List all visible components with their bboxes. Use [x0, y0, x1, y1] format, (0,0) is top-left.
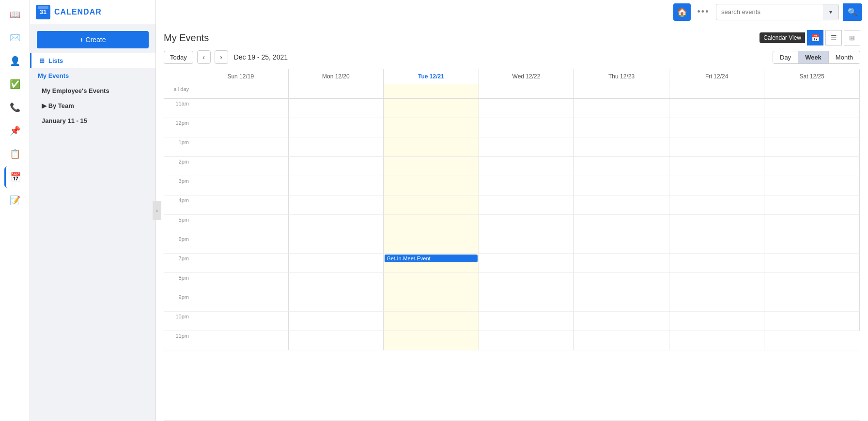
sidebar-item-by-team[interactable]: ▶ By Team [30, 98, 155, 113]
slot-sat-5pm[interactable] [764, 215, 860, 234]
slot-wed-2pm[interactable] [479, 157, 574, 176]
slot-fri-9pm[interactable] [669, 292, 765, 312]
slot-sat-4pm[interactable] [764, 195, 860, 215]
slot-wed-11pm[interactable] [479, 331, 574, 350]
slot-sat-1pm[interactable] [764, 137, 860, 157]
slot-thu-6pm[interactable] [574, 234, 669, 254]
slot-fri-6pm[interactable] [669, 234, 765, 254]
slot-wed-1pm[interactable] [479, 137, 574, 157]
nav-mail-icon[interactable]: ✉️ [4, 27, 26, 48]
create-button[interactable]: + Create [37, 31, 149, 48]
prev-week-button[interactable]: ‹ [197, 50, 211, 64]
slot-fri-11am[interactable] [669, 99, 765, 118]
search-dropdown-button[interactable]: ▾ [823, 4, 838, 20]
slot-mon-6pm[interactable] [289, 234, 384, 254]
nav-tasks-icon[interactable]: ✅ [4, 74, 26, 95]
slot-tue-9pm[interactable] [384, 292, 479, 312]
more-options-button[interactable]: ••• [695, 3, 712, 21]
view-table-button[interactable]: ⊞ [844, 30, 860, 45]
slot-thu-9pm[interactable] [574, 292, 669, 312]
slot-mon-4pm[interactable] [289, 195, 384, 215]
slot-mon-9pm[interactable] [289, 292, 384, 312]
search-button[interactable]: 🔍 [843, 3, 862, 21]
slot-sun-9pm[interactable] [193, 292, 289, 312]
slot-sun-12pm[interactable] [193, 118, 289, 137]
slot-thu-1pm[interactable] [574, 137, 669, 157]
slot-mon-1pm[interactable] [289, 137, 384, 157]
slot-wed-11am[interactable] [479, 99, 574, 118]
nav-notes-icon[interactable]: 📝 [4, 190, 26, 211]
slot-sun-2pm[interactable] [193, 157, 289, 176]
slot-sun-6pm[interactable] [193, 234, 289, 254]
sidebar-item-lists[interactable]: ⊞ Lists [30, 53, 155, 68]
slot-mon-10pm[interactable] [289, 312, 384, 331]
slot-wed-12pm[interactable] [479, 118, 574, 137]
nav-pin-icon[interactable]: 📌 [4, 120, 26, 141]
slot-wed-8pm[interactable] [479, 273, 574, 292]
today-button[interactable]: Today [164, 51, 193, 64]
nav-phone-icon[interactable]: 📞 [4, 97, 26, 118]
nav-calendar-icon[interactable]: 📅 [4, 166, 26, 188]
day-view-button[interactable]: Day [773, 51, 798, 63]
slot-tue-3pm[interactable] [384, 176, 479, 195]
slot-sun-5pm[interactable] [193, 215, 289, 234]
nav-book-icon[interactable]: 📖 [4, 4, 26, 25]
view-list-button[interactable]: ☰ [825, 30, 842, 45]
slot-wed-5pm[interactable] [479, 215, 574, 234]
slot-mon-7pm[interactable] [289, 254, 384, 273]
sidebar-item-my-employees-events[interactable]: My Employee's Events [30, 83, 155, 98]
slot-sun-3pm[interactable] [193, 176, 289, 195]
slot-tue-2pm[interactable] [384, 157, 479, 176]
slot-mon-11am[interactable] [289, 99, 384, 118]
slot-fri-7pm[interactable] [669, 254, 765, 273]
slot-mon-5pm[interactable] [289, 215, 384, 234]
slot-tue-8pm[interactable] [384, 273, 479, 292]
slot-tue-10pm[interactable] [384, 312, 479, 331]
slot-mon-12pm[interactable] [289, 118, 384, 137]
slot-thu-5pm[interactable] [574, 215, 669, 234]
search-input[interactable] [716, 5, 823, 18]
slot-fri-5pm[interactable] [669, 215, 765, 234]
slot-thu-8pm[interactable] [574, 273, 669, 292]
slot-mon-2pm[interactable] [289, 157, 384, 176]
sidebar-item-january-dates[interactable]: January 11 - 15 [30, 113, 155, 128]
slot-fri-11pm[interactable] [669, 331, 765, 350]
week-view-button[interactable]: Week [798, 51, 829, 63]
slot-mon-11pm[interactable] [289, 331, 384, 350]
sidebar-item-my-events[interactable]: My Events [30, 68, 155, 83]
next-week-button[interactable]: › [215, 50, 228, 64]
slot-sat-8pm[interactable] [764, 273, 860, 292]
slot-sun-4pm[interactable] [193, 195, 289, 215]
slot-tue-12pm[interactable] [384, 118, 479, 137]
slot-wed-6pm[interactable] [479, 234, 574, 254]
slot-sat-6pm[interactable] [764, 234, 860, 254]
slot-sun-8pm[interactable] [193, 273, 289, 292]
slot-thu-10pm[interactable] [574, 312, 669, 331]
slot-thu-4pm[interactable] [574, 195, 669, 215]
slot-fri-4pm[interactable] [669, 195, 765, 215]
slot-sun-7pm[interactable] [193, 254, 289, 273]
nav-reports-icon[interactable]: 📋 [4, 143, 26, 165]
slot-tue-11pm[interactable] [384, 331, 479, 350]
slot-sat-2pm[interactable] [764, 157, 860, 176]
slot-sat-11am[interactable] [764, 99, 860, 118]
nav-contacts-icon[interactable]: 👤 [4, 50, 26, 72]
slot-thu-2pm[interactable] [574, 157, 669, 176]
event-get-in-meet[interactable]: Get-In-Meet-Event [385, 255, 478, 262]
slot-sat-11pm[interactable] [764, 331, 860, 350]
sidebar-collapse-button[interactable]: ‹ [153, 201, 161, 220]
slot-sat-10pm[interactable] [764, 312, 860, 331]
slot-thu-3pm[interactable] [574, 176, 669, 195]
slot-mon-3pm[interactable] [289, 176, 384, 195]
month-view-button[interactable]: Month [829, 51, 860, 63]
calendar-grid-wrapper[interactable]: Sun 12/19 Mon 12/20 Tue 12/21 Wed 12/22 … [164, 69, 860, 421]
slot-fri-10pm[interactable] [669, 312, 765, 331]
slot-wed-3pm[interactable] [479, 176, 574, 195]
slot-fri-12pm[interactable] [669, 118, 765, 137]
slot-sun-10pm[interactable] [193, 312, 289, 331]
slot-fri-3pm[interactable] [669, 176, 765, 195]
slot-fri-1pm[interactable] [669, 137, 765, 157]
slot-tue-5pm[interactable] [384, 215, 479, 234]
home-button[interactable]: 🏠 [673, 3, 691, 21]
slot-thu-11am[interactable] [574, 99, 669, 118]
